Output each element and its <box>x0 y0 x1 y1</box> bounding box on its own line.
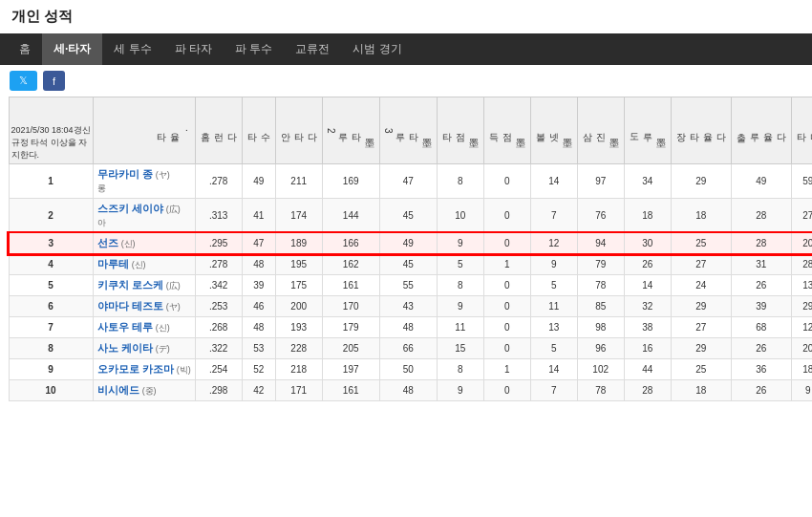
cell-stat: 78 <box>577 380 624 401</box>
cell-stat: 27 <box>791 199 812 233</box>
cell-stat: 47 <box>379 164 437 199</box>
cell-rank: 1 <box>9 164 93 199</box>
cell-stat: 42 <box>242 380 275 401</box>
cell-stat: 18 <box>791 359 812 380</box>
cell-stat: 94 <box>577 233 624 254</box>
cell-stat: 166 <box>322 233 379 254</box>
col-x6: 타다 <box>791 97 812 164</box>
cell-stat: 48 <box>242 317 275 338</box>
cell-stat: .298 <box>195 380 242 401</box>
cell-stat: 68 <box>731 317 791 338</box>
cell-stat: 13 <box>791 275 812 296</box>
cell-stat: 8 <box>437 164 483 199</box>
cell-stat: 0 <box>483 296 530 317</box>
cell-stat: 55 <box>379 275 437 296</box>
cell-stat: 59 <box>791 164 812 199</box>
col-avg: 타율· <box>93 97 195 164</box>
tab-bar: 홈 세·타자 세 투수 파 타자 파 투수 교류전 시범 경기 <box>0 33 812 65</box>
cell-stat: 102 <box>577 359 624 380</box>
table-container: 2021/5/30 18:04경신규정 타석 이상을 자지한다. 타율· 홈런다… <box>0 97 812 411</box>
cell-stat: 44 <box>624 359 671 380</box>
cell-stat: 12 <box>791 317 812 338</box>
page-title: 개인 성적 <box>0 0 812 33</box>
cell-stat: 52 <box>242 359 275 380</box>
cell-stat: 27 <box>671 317 731 338</box>
cell-stat: 0 <box>483 317 530 338</box>
cell-stat: 14 <box>624 275 671 296</box>
cell-stat: 9 <box>791 380 812 401</box>
cell-stat: 9 <box>437 233 483 254</box>
cell-stat: 98 <box>577 317 624 338</box>
tab-exchange[interactable]: 교류전 <box>284 33 341 65</box>
cell-stat: 79 <box>577 254 624 275</box>
tab-exhibition[interactable]: 시범 경기 <box>341 33 413 65</box>
col-hr: 홈런다 <box>195 97 242 164</box>
cell-name: 사노 케이타 (デ) <box>93 338 195 359</box>
cell-stat: .278 <box>195 164 242 199</box>
tab-batter[interactable]: 세·타자 <box>42 33 102 65</box>
cell-stat: 30 <box>624 233 671 254</box>
cell-rank: 2 <box>9 199 93 233</box>
cell-stat: 26 <box>731 275 791 296</box>
twitter-button[interactable]: 𝕏 <box>10 71 37 91</box>
cell-stat: 8 <box>437 359 483 380</box>
cell-stat: 28 <box>791 254 812 275</box>
cell-stat: 48 <box>242 254 275 275</box>
col-x2: 삼진墨 <box>577 97 624 164</box>
cell-stat: 218 <box>275 359 322 380</box>
cell-stat: .278 <box>195 254 242 275</box>
cell-stat: 16 <box>624 338 671 359</box>
cell-stat: 5 <box>530 275 577 296</box>
cell-stat: 1 <box>483 254 530 275</box>
cell-stat: 0 <box>483 338 530 359</box>
cell-stat: 26 <box>624 254 671 275</box>
cell-stat: .253 <box>195 296 242 317</box>
tab-home[interactable]: 홈 <box>8 33 42 65</box>
facebook-button[interactable]: f <box>43 71 65 91</box>
cell-stat: 5 <box>530 338 577 359</box>
cell-stat: 171 <box>275 380 322 401</box>
cell-stat: 27 <box>671 254 731 275</box>
social-bar: 𝕏 f <box>0 65 812 97</box>
cell-rank: 5 <box>9 275 93 296</box>
tab-pa-pitcher[interactable]: 파 투수 <box>224 33 284 65</box>
cell-stat: 9 <box>530 254 577 275</box>
tab-pa-batter[interactable]: 파 타자 <box>163 33 224 65</box>
cell-stat: 49 <box>242 164 275 199</box>
cell-stat: 18 <box>671 380 731 401</box>
col-rbi: 타점墨 <box>437 97 483 164</box>
cell-stat: 14 <box>530 359 577 380</box>
cell-name: 야마다 테즈토 (ヤ) <box>93 296 195 317</box>
cell-stat: 43 <box>379 296 437 317</box>
cell-stat: 39 <box>731 296 791 317</box>
cell-rank: 8 <box>9 338 93 359</box>
cell-rank: 3 <box>9 233 93 254</box>
cell-stat: 11 <box>437 317 483 338</box>
cell-stat: 48 <box>379 317 437 338</box>
cell-name: 스즈키 세이야 (広)아 <box>93 199 195 233</box>
cell-rank: 7 <box>9 317 93 338</box>
cell-stat: 175 <box>275 275 322 296</box>
cell-stat: 9 <box>437 380 483 401</box>
cell-stat: 12 <box>530 233 577 254</box>
cell-stat: 161 <box>322 275 379 296</box>
cell-stat: .322 <box>195 338 242 359</box>
cell-stat: 39 <box>242 275 275 296</box>
cell-stat: 20 <box>791 338 812 359</box>
cell-stat: 18 <box>671 199 731 233</box>
cell-stat: 11 <box>530 296 577 317</box>
cell-stat: 85 <box>577 296 624 317</box>
cell-stat: 45 <box>379 199 437 233</box>
cell-stat: 49 <box>379 233 437 254</box>
tab-pitcher[interactable]: 세 투수 <box>102 33 162 65</box>
cell-stat: 193 <box>275 317 322 338</box>
cell-stat: 161 <box>322 380 379 401</box>
cell-stat: 26 <box>731 380 791 401</box>
cell-stat: 200 <box>275 296 322 317</box>
col-x1: 볼넷墨 <box>530 97 577 164</box>
col-x5: 출루율다 <box>731 97 791 164</box>
cell-name: 무라카미 종 (ヤ)롱 <box>93 164 195 199</box>
cell-stat: 211 <box>275 164 322 199</box>
cell-stat: 46 <box>242 296 275 317</box>
col-x3: 도루墨 <box>624 97 671 164</box>
